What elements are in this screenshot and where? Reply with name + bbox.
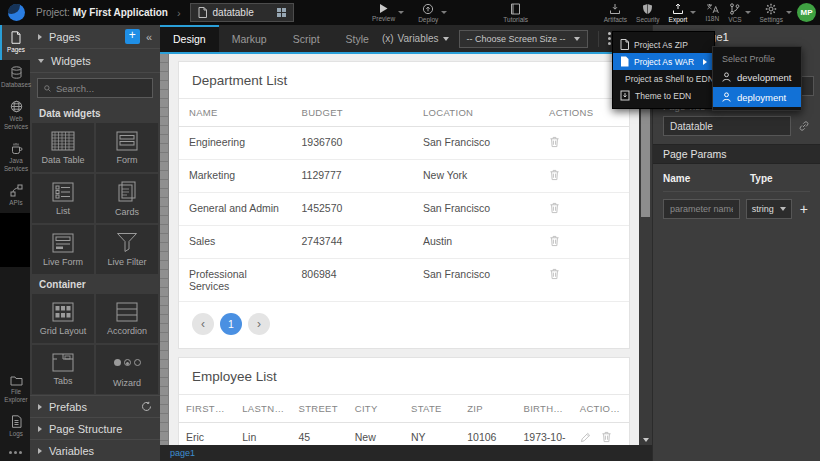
link-icon[interactable] — [798, 120, 810, 132]
widget-live-filter[interactable]: Live Filter — [96, 225, 158, 274]
branch-icon — [729, 3, 740, 15]
scrollbar-down-icon[interactable] — [643, 438, 649, 442]
delete-icon[interactable] — [549, 136, 560, 148]
i18n-button[interactable]: I18N — [705, 0, 719, 25]
param-type-select[interactable]: string — [746, 199, 792, 219]
table-row[interactable]: Engineering 1936760 San Francisco — [179, 127, 629, 160]
table-row[interactable]: Sales 2743744 Austin — [179, 226, 629, 259]
rail-item-apis[interactable]: APIs — [0, 178, 30, 213]
container-widgets-grid: Grid Layout Accordion Tabs Wizard — [30, 294, 160, 394]
delete-icon[interactable] — [549, 268, 560, 280]
employee-table: FIRSTNA.. LASTNAME STREET CITY STATE ZIP… — [179, 394, 629, 445]
settings-button[interactable]: Settings — [760, 0, 793, 25]
widget-wizard[interactable]: Wizard — [96, 345, 158, 394]
pagination-next-button[interactable]: › — [248, 313, 270, 335]
widget-tabs[interactable]: Tabs — [32, 345, 94, 394]
rail-item-pages[interactable]: Pages — [0, 25, 30, 60]
widget-live-form[interactable]: Live Form — [32, 225, 94, 274]
preview-button[interactable]: Preview — [372, 0, 404, 25]
screen-size-dropdown[interactable]: -- Choose Screen Size -- — [459, 30, 588, 48]
deploy-chevron-icon[interactable] — [441, 11, 447, 14]
export-button[interactable]: Export — [669, 0, 697, 25]
rail-item-web-services[interactable]: Web Services — [0, 94, 30, 136]
employee-list-panel[interactable]: Employee List FIRSTNA.. LASTNAME STREET … — [178, 357, 630, 445]
widget-list[interactable]: List — [32, 174, 94, 223]
data-table-icon — [51, 131, 75, 151]
wavemaker-studio: Project: My First Application › datatabl… — [0, 0, 820, 461]
table-row[interactable]: Eric Lin 45 Houston Street New York NY 1… — [179, 423, 629, 446]
pages-grid-icon[interactable] — [277, 8, 286, 17]
widgets-section-header[interactable]: Widgets — [30, 49, 160, 73]
settings-chevron-icon[interactable] — [786, 11, 792, 14]
menu-item-project-as-shell-to-edn[interactable]: Project as Shell to EDN — [613, 70, 714, 87]
rail-item-file-explorer[interactable]: File Explorer — [0, 369, 30, 409]
menu-item-project-as-war[interactable]: Project As WAR — [613, 53, 714, 70]
grid-layout-icon — [52, 302, 74, 322]
tab-design[interactable]: Design — [160, 25, 219, 52]
add-page-button[interactable]: + — [125, 29, 140, 44]
table-row[interactable]: Marketing 1129777 New York — [179, 160, 629, 193]
delete-icon[interactable] — [549, 235, 560, 247]
breadcrumb-separator: › — [177, 7, 181, 19]
page-selector[interactable]: datatable — [190, 3, 294, 22]
logs-icon — [11, 415, 22, 428]
delete-icon[interactable] — [549, 169, 560, 181]
page-canvas[interactable]: Department List NAME BUDGET LOCATION ACT… — [169, 54, 639, 445]
submenu-item-development[interactable]: development — [713, 67, 801, 87]
database-icon — [10, 66, 23, 79]
widget-accordion[interactable]: Accordion — [96, 294, 158, 343]
widget-search-input[interactable] — [56, 83, 146, 94]
tab-style[interactable]: Style — [333, 25, 382, 52]
menu-item-project-as-zip[interactable]: Project As ZIP — [613, 36, 714, 53]
tutorials-button[interactable]: Tutorials — [503, 0, 528, 25]
variables-button[interactable]: (x) Variables — [382, 33, 449, 44]
menu-item-theme-to-edn[interactable]: Theme to EDN — [613, 87, 714, 104]
table-row[interactable]: General and Admin 1452570 San Francisco — [179, 193, 629, 226]
refresh-icon[interactable] — [141, 401, 152, 412]
page-title-input[interactable] — [663, 116, 791, 136]
preview-chevron-icon[interactable] — [398, 11, 404, 14]
rail-item-java-services[interactable]: Java Services — [0, 136, 30, 178]
add-param-button[interactable]: + — [798, 202, 810, 216]
widget-data-table[interactable]: Data Table — [32, 123, 94, 172]
delete-icon[interactable] — [549, 202, 560, 214]
variables-section-header[interactable]: Variables — [30, 439, 160, 461]
sidebar-footer: Prefabs Page Structure Variables — [30, 395, 160, 461]
prefabs-section-header[interactable]: Prefabs — [30, 395, 160, 417]
deploy-button[interactable]: Deploy — [418, 0, 447, 25]
tab-markup[interactable]: Markup — [219, 25, 280, 52]
submenu-item-deployment[interactable]: deployment — [713, 87, 801, 107]
pagination-page-1[interactable]: 1 — [220, 313, 242, 335]
container-label: Container — [30, 274, 160, 294]
pages-section-header[interactable]: Pages + « — [30, 25, 160, 49]
widget-cards[interactable]: Cards — [96, 174, 158, 223]
tab-script[interactable]: Script — [280, 25, 333, 52]
widget-search[interactable] — [37, 78, 153, 98]
artifacts-button[interactable]: Artifacts — [604, 0, 627, 25]
vcs-button[interactable]: VCS — [728, 0, 750, 25]
widgets-sidebar: Pages + « Widgets Data widgets Data Tabl… — [30, 25, 160, 461]
collapse-panel-icon[interactable]: « — [146, 31, 152, 43]
profile-icon — [722, 72, 731, 82]
vcs-chevron-icon[interactable] — [745, 11, 751, 14]
page-structure-section-header[interactable]: Page Structure — [30, 417, 160, 439]
widget-form[interactable]: Form — [96, 123, 158, 172]
department-list-panel[interactable]: Department List NAME BUDGET LOCATION ACT… — [178, 61, 630, 349]
rail-item-logs[interactable]: Logs — [0, 409, 30, 444]
statusbar-page-tab[interactable]: page1 — [170, 448, 195, 458]
department-table: NAME BUDGET LOCATION ACTIONS Engineering… — [179, 98, 629, 302]
pagination-prev-button[interactable]: ‹ — [192, 313, 214, 335]
avatar[interactable]: MP — [797, 3, 816, 22]
widget-grid-layout[interactable]: Grid Layout — [32, 294, 94, 343]
edit-icon[interactable] — [580, 432, 591, 443]
rail-more-icon[interactable] — [0, 444, 30, 461]
canvas-scrollbar[interactable] — [639, 54, 652, 445]
param-name-input[interactable] — [663, 199, 740, 219]
export-chevron-icon[interactable] — [690, 11, 696, 14]
app-logo[interactable] — [8, 4, 25, 21]
rail-item-databases[interactable]: Databases — [0, 60, 30, 95]
department-header-row: NAME BUDGET LOCATION ACTIONS — [179, 99, 629, 127]
security-button[interactable]: Security — [636, 0, 659, 25]
table-row[interactable]: Professional Services 806984 San Francis… — [179, 259, 629, 302]
delete-icon[interactable] — [601, 431, 612, 443]
